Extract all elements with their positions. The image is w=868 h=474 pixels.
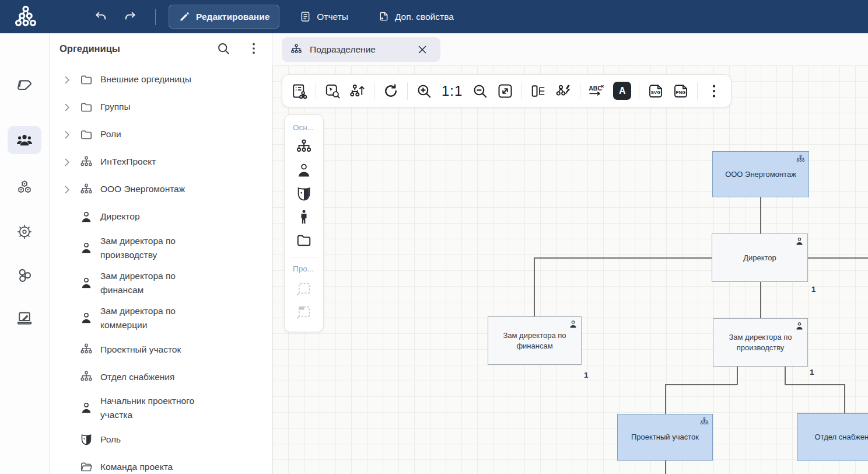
- diagram-node[interactable]: Проектный участок: [617, 414, 713, 461]
- edit-mode-button-label: Редактирование: [196, 12, 270, 22]
- connector-edge[interactable]: [760, 282, 761, 318]
- auto-layout-button[interactable]: [555, 82, 572, 100]
- toolbar-divider: [697, 82, 698, 100]
- diagram-node[interactable]: ООО Энергомонтаж: [712, 151, 809, 197]
- text-style-button[interactable]: A: [613, 82, 631, 100]
- diagram-canvas[interactable]: 1:1ABC×ASVGPNG Осн...Про... ООО Энергомо…: [272, 65, 868, 474]
- tree-layout-button[interactable]: [530, 82, 547, 100]
- chevron-right-icon[interactable]: [60, 156, 75, 168]
- shape-palette: Осн...Про...: [284, 114, 324, 332]
- tree-item[interactable]: Зам директора по финансам: [50, 266, 272, 301]
- connector-edge[interactable]: [665, 384, 737, 385]
- chevron-spacer: [60, 277, 75, 289]
- palette-shape-group[interactable]: [294, 229, 314, 252]
- diagram-node[interactable]: Директор: [712, 233, 808, 282]
- org-chart-icon: [290, 43, 303, 56]
- rail-item-modules[interactable]: [8, 174, 41, 202]
- rail-item-groups[interactable]: [8, 262, 41, 290]
- zoom-to-selection-button[interactable]: [324, 82, 341, 100]
- refresh-button[interactable]: [382, 82, 400, 100]
- tree-item[interactable]: Роли: [50, 121, 272, 148]
- tree-item[interactable]: Группы: [50, 93, 272, 121]
- connector-edge[interactable]: [665, 461, 666, 474]
- chevron-spacer: [60, 434, 75, 445]
- tree-item-label: Начальник проектного участка: [100, 394, 201, 422]
- tree-item[interactable]: Роль: [50, 426, 272, 453]
- palette-shape-position[interactable]: [294, 159, 314, 182]
- zoom-in-button[interactable]: [415, 82, 433, 100]
- pencil-icon: [178, 11, 191, 23]
- rail-item-processes[interactable]: [8, 218, 41, 246]
- palette-shape-frame[interactable]: [294, 277, 314, 300]
- tree-item[interactable]: Начальник проектного участка: [50, 391, 272, 426]
- connector-edge[interactable]: [808, 257, 868, 259]
- tree-item[interactable]: Отдел снабжения: [50, 363, 272, 391]
- palette-shape-titled-frame[interactable]: [294, 300, 314, 323]
- rail-item-orgunits[interactable]: [8, 126, 41, 154]
- person-icon: [79, 241, 93, 255]
- export-png-button[interactable]: PNG: [672, 82, 690, 100]
- chevron-right-icon[interactable]: [60, 74, 75, 86]
- connector-edge[interactable]: [534, 257, 712, 259]
- mask-icon: [295, 185, 313, 203]
- zoom-out-button[interactable]: [471, 82, 489, 100]
- org-icon: [796, 154, 806, 164]
- tab-podrazdelenie[interactable]: Подразделение: [282, 37, 440, 62]
- folder-icon: [295, 232, 313, 249]
- toolbar-more-button[interactable]: [705, 82, 723, 100]
- tree-item[interactable]: Зам директора по производству: [50, 231, 272, 266]
- connector-edge[interactable]: [534, 257, 535, 316]
- connector-edge[interactable]: [844, 384, 845, 413]
- rail-item-projects[interactable]: [8, 71, 41, 99]
- fit-to-screen-button[interactable]: [496, 82, 514, 100]
- doc-icon: [299, 11, 312, 23]
- tree-item[interactable]: Команда проекта: [50, 453, 272, 474]
- laptop-edit-icon: [16, 309, 33, 327]
- palette-section-label: Осн...: [285, 121, 323, 135]
- search-icon[interactable]: [216, 41, 231, 56]
- palette-shape-person[interactable]: [294, 205, 314, 229]
- undo-button[interactable]: [91, 7, 111, 27]
- reports-button[interactable]: Отчеты: [290, 5, 358, 28]
- figure-icon: [295, 208, 313, 226]
- toggle-labels-button[interactable]: ABC×: [588, 82, 606, 100]
- diagram-node[interactable]: Зам директора по производству: [713, 318, 808, 367]
- chevron-right-icon[interactable]: [60, 184, 75, 196]
- extra-properties-button[interactable]: Доп. свойства: [368, 5, 463, 28]
- connector-edge[interactable]: [737, 367, 738, 385]
- edit-mode-button[interactable]: Редактирование: [169, 5, 279, 29]
- diagram-properties-button[interactable]: [290, 82, 308, 100]
- connector-edge[interactable]: [785, 367, 786, 385]
- redo-button[interactable]: [120, 7, 140, 27]
- connector-edge[interactable]: [665, 384, 666, 414]
- toolbar-divider: [407, 82, 408, 100]
- topbar-divider: [155, 9, 156, 25]
- export-svg-button[interactable]: SVG: [647, 82, 664, 100]
- chevron-right-icon[interactable]: [60, 129, 75, 141]
- tree-item[interactable]: Директор: [50, 203, 272, 231]
- panel-menu-icon[interactable]: [246, 41, 261, 56]
- hex-cluster-icon: [16, 179, 33, 197]
- frame2-icon: [295, 303, 313, 320]
- toolbar-divider: [522, 82, 522, 100]
- rail-item-report-editor[interactable]: [8, 304, 41, 332]
- circles-icon: [16, 267, 33, 284]
- tree-item-label: Директор: [100, 210, 140, 224]
- tree-item[interactable]: Внешние оргединицы: [50, 66, 272, 93]
- tree-item[interactable]: ИнТехПроект: [50, 148, 272, 176]
- chevron-right-icon[interactable]: [60, 102, 75, 113]
- connector-edge[interactable]: [760, 197, 761, 233]
- diagram-node[interactable]: Зам директора по финансам: [488, 316, 582, 365]
- level-up-button[interactable]: [349, 82, 366, 100]
- tree-item[interactable]: ООО Энергомонтаж: [50, 176, 272, 203]
- palette-shape-role[interactable]: [294, 182, 314, 205]
- tree-item[interactable]: Зам директора по коммерции: [50, 301, 272, 336]
- connector-edge[interactable]: [785, 384, 845, 385]
- diagram-node[interactable]: Отдел снабжения: [797, 413, 868, 461]
- tree-item-label: Роль: [100, 433, 121, 447]
- tree-item[interactable]: Проектный участок: [50, 336, 272, 363]
- palette-shape-orgunit[interactable]: [294, 135, 314, 159]
- zoom-reset-button[interactable]: 1:1: [440, 83, 464, 99]
- toolbar-divider: [639, 82, 639, 100]
- tab-close-icon[interactable]: [416, 43, 429, 56]
